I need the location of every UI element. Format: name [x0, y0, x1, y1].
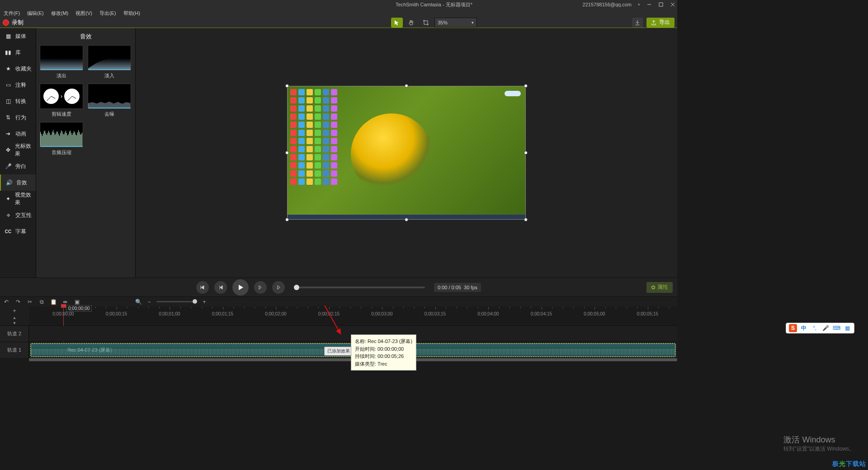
ruler-tick-label: 0;00;04;15	[531, 311, 552, 316]
track-header-2[interactable]: 轨道 2	[0, 326, 29, 342]
svg-rect-1	[659, 3, 663, 6]
sidebar-label: 音效	[16, 179, 27, 187]
maximize-button[interactable]	[658, 2, 664, 7]
sidebar-item-animations[interactable]: ➔动画	[0, 126, 36, 142]
copy-button[interactable]: ⧉	[38, 298, 45, 306]
menu-view[interactable]: 视图(V)	[72, 10, 96, 17]
callout-icon: ▭	[5, 81, 12, 89]
ruler-tick-label: 0;00;00;00	[52, 311, 74, 316]
ruler-tick-label: 0;00;04;00	[477, 311, 499, 316]
share-icon	[651, 20, 656, 25]
crop-tool[interactable]	[420, 18, 432, 28]
effect-denoise[interactable]: 去噪	[88, 84, 131, 118]
close-button[interactable]	[670, 2, 675, 7]
playback-bar: 0:00 / 0:05 30 fps ✿属性	[0, 277, 677, 296]
menu-help[interactable]: 帮助(H)	[120, 10, 144, 17]
preview-canvas[interactable]	[287, 86, 526, 220]
add-track-button[interactable]: +	[11, 307, 18, 315]
sidebar-item-cursor-effects[interactable]: ✥光标效果	[0, 142, 36, 158]
preview-image	[351, 113, 432, 195]
canvas-area	[136, 28, 677, 277]
scrub-slider[interactable]	[294, 287, 425, 288]
download-button[interactable]	[632, 18, 643, 28]
record-button[interactable]: 录制	[3, 19, 24, 27]
step-back-button[interactable]	[214, 281, 227, 294]
timeline-zoom-slider[interactable]	[156, 301, 197, 302]
cut-button[interactable]: ✂	[26, 298, 33, 306]
sidebar-item-behaviors[interactable]: ⇅行为	[0, 109, 36, 126]
time-display: 0:00 / 0:05 30 fps	[434, 283, 481, 292]
chevron-down-icon: ▾	[472, 20, 474, 25]
record-label: 录制	[12, 19, 24, 27]
sidebar-item-transitions[interactable]: ◫转换	[0, 93, 36, 109]
track-controls: + ▲ ▼	[0, 306, 29, 325]
effect-clip-speed[interactable]: ›剪辑速度	[40, 84, 83, 118]
cc-icon: CC	[5, 228, 12, 235]
arrow-icon: ➔	[5, 130, 12, 137]
film-icon: ▦	[5, 33, 12, 40]
ruler-tick-label: 0;00;05;15	[637, 311, 658, 316]
thumb-label: 淡出	[40, 72, 83, 79]
zoom-out-button[interactable]: −	[146, 298, 153, 306]
expand-up-icon[interactable]: ▲	[13, 315, 17, 320]
thumb-label: 去噪	[88, 111, 131, 118]
effects-panel: 音效 淡出 淡入 ›剪辑速度 去噪 音频压缩	[36, 28, 136, 277]
effect-fade-out[interactable]: 淡出	[40, 45, 83, 79]
ruler-tick-label: 0;00;03;15	[425, 311, 446, 316]
effect-fade-in[interactable]: 淡入	[88, 45, 131, 79]
snapshot-button[interactable]: ▣	[73, 298, 80, 306]
sidebar-label: 交互性	[15, 212, 32, 219]
sidebar-item-annotations[interactable]: ▭注释	[0, 77, 36, 93]
speaker-icon: 🔊	[5, 179, 13, 186]
sidebar: ▦媒体 ▮▮库 ★收藏夹 ▭注释 ◫转换 ⇅行为 ➔动画 ✥光标效果 🎤旁白 🔊…	[0, 28, 36, 277]
sidebar-label: 媒体	[15, 33, 26, 40]
menu-edit[interactable]: 编辑(E)	[24, 10, 47, 17]
undo-button[interactable]: ↶	[3, 298, 10, 306]
account-chevron-icon[interactable]: ▾	[638, 2, 640, 7]
sidebar-item-favorites[interactable]: ★收藏夹	[0, 61, 36, 77]
account-label[interactable]: 2215788156@qq.com	[583, 2, 632, 7]
canvas-zoom-select[interactable]: 35% ▾	[434, 18, 477, 28]
pan-tool[interactable]	[406, 18, 417, 28]
zoom-in-button[interactable]: +	[201, 298, 208, 306]
zoom-fit-icon[interactable]: 🔍	[135, 298, 142, 306]
menu-file[interactable]: 文件(F)	[0, 10, 24, 17]
behavior-icon: ⇅	[5, 114, 12, 121]
menu-export[interactable]: 导出(E)	[96, 10, 120, 17]
sidebar-item-media[interactable]: ▦媒体	[0, 28, 36, 44]
sidebar-item-interactivity[interactable]: ⎆交互性	[0, 207, 36, 223]
sidebar-label: 转换	[15, 98, 26, 105]
thumb-label: 音频压缩	[40, 149, 83, 156]
panel-title: 音效	[36, 28, 135, 45]
window-title: TechSmith Camtasia - 无标题项目*	[396, 1, 472, 8]
export-button[interactable]: 导出	[646, 18, 675, 28]
cursor-icon: ✥	[5, 146, 11, 154]
thumb-label: 剪辑速度	[40, 111, 83, 118]
play-button[interactable]	[232, 279, 249, 296]
paste-button[interactable]: 📋	[50, 298, 57, 306]
next-frame-button[interactable]	[272, 281, 285, 294]
step-fwd-button[interactable]	[254, 281, 267, 294]
properties-button[interactable]: ✿属性	[646, 282, 673, 293]
sidebar-item-visual-effects[interactable]: ✦视觉效果	[0, 191, 36, 207]
sidebar-label: 光标效果	[15, 142, 36, 158]
prev-frame-button[interactable]	[196, 281, 209, 294]
ruler-tick-label: 0;00;03;00	[371, 311, 392, 316]
sidebar-item-captions[interactable]: CC字幕	[0, 223, 36, 240]
ruler-tick-label: 0;00;00;15	[106, 311, 127, 316]
effects-badge[interactable]: 已添加效果	[324, 347, 353, 356]
menu-modify[interactable]: 修改(M)	[47, 10, 72, 17]
effect-audio-compression[interactable]: 音频压缩	[40, 122, 83, 156]
ruler-tick-label: 0;00;01;15	[212, 311, 233, 316]
minimize-button[interactable]	[646, 2, 652, 7]
sidebar-item-library[interactable]: ▮▮库	[0, 44, 36, 61]
expand-down-icon[interactable]: ▼	[13, 321, 17, 325]
sidebar-item-audio-effects[interactable]: 🔊音效	[0, 174, 36, 191]
desktop-icons	[290, 89, 335, 202]
cursor-tool[interactable]	[391, 18, 403, 28]
sidebar-item-narration[interactable]: 🎤旁白	[0, 158, 36, 174]
redo-button[interactable]: ↷	[14, 298, 22, 306]
export-label: 导出	[659, 19, 670, 26]
track-header-1[interactable]: 轨道 1	[0, 342, 29, 358]
ruler-tick-label: 0;00;05;00	[584, 311, 605, 316]
